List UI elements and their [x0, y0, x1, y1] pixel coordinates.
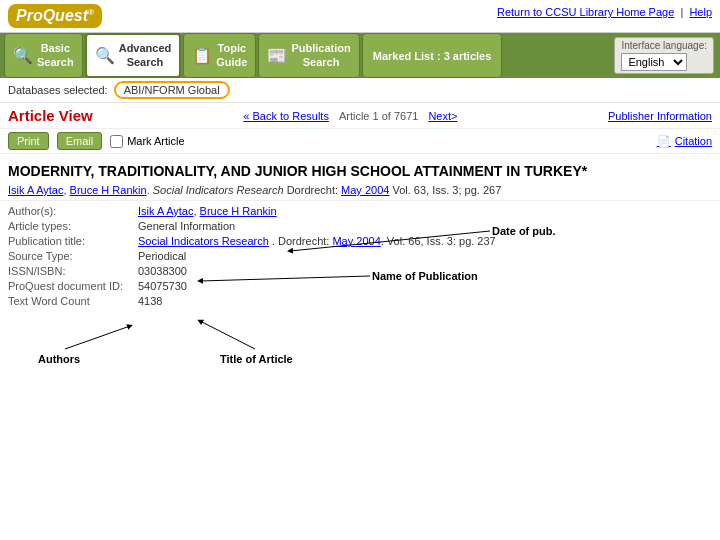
logo-quest: Quest	[43, 7, 88, 24]
author-aytac-link[interactable]: Isik A Aytac	[8, 184, 63, 196]
advanced-search-label: Advanced Search	[119, 42, 172, 68]
meta-row-word-count: Text Word Count 4138	[8, 295, 712, 307]
meta-row-source-type: Source Type: Periodical	[8, 250, 712, 262]
lang-label: Interface language:	[621, 40, 707, 51]
meta-val-issn: 03038300	[138, 265, 712, 277]
mark-article-group: Mark Article	[110, 135, 184, 148]
article-view-header: Article View « Back to Results Article 1…	[0, 103, 720, 129]
db-badge[interactable]: ABI/NFORM Global	[114, 81, 230, 99]
authors-link[interactable]: Isik A Aytac	[138, 205, 193, 217]
mark-article-label: Mark Article	[127, 135, 184, 147]
back-to-results-link[interactable]: « Back to Results	[243, 110, 329, 122]
topic-guide-icon: 📋	[192, 46, 212, 65]
pub-title-link[interactable]: Social Indicators Research	[138, 235, 269, 247]
nav-publication-search[interactable]: 📰 Publication Search	[258, 33, 359, 78]
meta-row-article-types: Article types: General Information	[8, 220, 712, 232]
nav-marked-list[interactable]: Marked List : 3 articles	[362, 33, 503, 78]
publication-search-icon: 📰	[267, 46, 287, 65]
meta-key-article-types: Article types:	[8, 220, 138, 232]
metadata-section: Author(s): Isik A Aytac, Bruce H Rankin …	[0, 201, 720, 314]
svg-text:Authors: Authors	[38, 353, 80, 365]
meta-row-pq-id: ProQuest document ID: 54075730	[8, 280, 712, 292]
journal-vol: Vol. 63, Iss. 3; pg. 267	[392, 184, 501, 196]
logo-pro: Pro	[16, 7, 43, 24]
svg-text:Title of Article: Title of Article	[220, 353, 293, 365]
meta-row-authors: Author(s): Isik A Aytac, Bruce H Rankin	[8, 205, 712, 217]
advanced-search-icon: 🔍	[95, 46, 115, 65]
article-title-section: MODERNITY, TRADITIONALITY, AND JUNIOR HI…	[0, 154, 720, 201]
meta-key-pub-title: Publication title:	[8, 235, 138, 247]
journal-date-link[interactable]: May 2004	[341, 184, 389, 196]
meta-row-issn: ISSN/ISBN: 03038300	[8, 265, 712, 277]
article-big-title: MODERNITY, TRADITIONALITY, AND JUNIOR HI…	[8, 162, 712, 180]
pub-date-link[interactable]: May 2004	[332, 235, 380, 247]
svg-line-6	[200, 321, 255, 349]
article-view-title: Article View	[8, 107, 93, 124]
article-position: Article 1 of 7671	[339, 110, 419, 122]
meta-row-pub-title: Publication title: Social Indicators Res…	[8, 235, 712, 247]
journal-name: Social Indicators Research	[153, 184, 284, 196]
author-rankin-link[interactable]: Bruce H Rankin	[70, 184, 147, 196]
meta-key-issn: ISSN/ISBN:	[8, 265, 138, 277]
journal-location: Dordrecht:	[287, 184, 338, 196]
nav-advanced-search[interactable]: 🔍 Advanced Search	[85, 33, 182, 78]
header-links: Return to CCSU Library Home Page | Help	[497, 4, 712, 18]
topic-guide-label: Topic Guide	[216, 42, 247, 68]
article-toolbar: Print Email Mark Article 📄 Citation	[0, 129, 720, 154]
language-select[interactable]: English French Spanish German	[621, 53, 687, 71]
navbar: 🔍 Basic Search 🔍 Advanced Search 📋 Topic…	[0, 33, 720, 78]
page-header: ProQuest® Return to CCSU Library Home Pa…	[0, 0, 720, 33]
basic-search-label: Basic Search	[37, 42, 74, 68]
meta-key-source-type: Source Type:	[8, 250, 138, 262]
logo: ProQuest®	[8, 4, 102, 28]
next-article-link[interactable]: Next>	[428, 110, 457, 122]
print-button[interactable]: Print	[8, 132, 49, 150]
meta-val-pub-title: Social Indicators Research . Dordrecht: …	[138, 235, 712, 247]
citation-label: Citation	[675, 135, 712, 147]
pub-title-details: . Dordrecht: May 2004. Vol. 66, Iss. 3: …	[272, 235, 496, 247]
publisher-info-link[interactable]: Publisher Information	[608, 110, 712, 122]
svg-line-4	[65, 326, 130, 349]
meta-key-pq-id: ProQuest document ID:	[8, 280, 138, 292]
citation-link[interactable]: 📄 Citation	[657, 135, 712, 148]
return-library-link[interactable]: Return to CCSU Library Home Page	[497, 6, 674, 18]
meta-val-authors: Isik A Aytac, Bruce H Rankin	[138, 205, 712, 217]
article-nav: « Back to Results Article 1 of 7671 Next…	[243, 110, 457, 122]
nav-topic-guide[interactable]: 📋 Topic Guide	[183, 33, 256, 78]
email-button[interactable]: Email	[57, 132, 103, 150]
publication-search-label: Publication Search	[291, 42, 350, 68]
database-bar: Databases selected: ABI/NFORM Global	[0, 78, 720, 103]
authors-link2[interactable]: Bruce H Rankin	[200, 205, 277, 217]
meta-val-pq-id: 54075730	[138, 280, 712, 292]
citation-icon: 📄	[657, 135, 671, 148]
logo-box: ProQuest®	[8, 4, 102, 28]
article-authors-line: Isik A Aytac, Bruce H Rankin. Social Ind…	[8, 184, 712, 196]
db-label: Databases selected:	[8, 84, 108, 96]
meta-val-source-type: Periodical	[138, 250, 712, 262]
mark-article-checkbox[interactable]	[110, 135, 123, 148]
language-selector-wrap: Interface language: English French Spani…	[614, 37, 714, 74]
meta-key-word-count: Text Word Count	[8, 295, 138, 307]
meta-val-article-types: General Information	[138, 220, 712, 232]
nav-basic-search[interactable]: 🔍 Basic Search	[4, 33, 83, 78]
meta-val-word-count: 4138	[138, 295, 712, 307]
marked-list-label: Marked List : 3 articles	[373, 50, 492, 62]
help-link[interactable]: Help	[689, 6, 712, 18]
basic-search-icon: 🔍	[13, 46, 33, 65]
meta-key-authors: Author(s):	[8, 205, 138, 217]
